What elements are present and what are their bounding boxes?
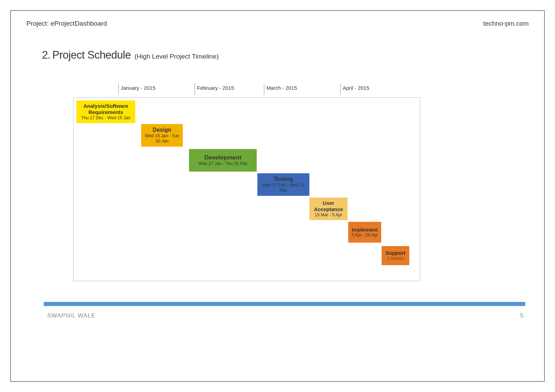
task-bar: Implement5 Apr - 25 Apr	[348, 222, 381, 243]
task-dates: Wed 27 Feb - Wed 15 Mar	[259, 183, 308, 193]
month-axis: January - 2015February - 2015March - 201…	[73, 84, 420, 97]
task-title: Design	[143, 127, 181, 133]
month-label: April - 2015	[340, 84, 372, 95]
section-subtitle: (High Level Project Timeline)	[135, 53, 219, 60]
task-bar: Analysis/Software RequirementsThu 17 Dec…	[76, 101, 135, 123]
task-bar: DevelopmentWed 27 Jan - Thu 25 Feb	[189, 149, 257, 172]
task-dates: Thu 17 Dec - Wed 15 Jan	[78, 115, 134, 121]
task-dates: 15 Mar - 5 Apr	[311, 212, 346, 218]
task-title: User Acceptance	[311, 200, 346, 212]
timeline-chart: January - 2015February - 2015March - 201…	[73, 84, 420, 281]
task-title: Implement	[350, 227, 380, 233]
month-label: February - 2015	[195, 84, 236, 95]
gantt-area: Analysis/Software RequirementsThu 17 Dec…	[73, 97, 420, 281]
footer-author: SWAPNIL WALE	[47, 312, 96, 319]
task-dates: 5 Apr - 25 Apr	[350, 233, 380, 238]
task-bar: Support2 Weeks	[382, 246, 409, 265]
project-label: Project: eProjectDashboard	[26, 20, 107, 27]
footer-divider	[44, 302, 525, 306]
site-label: techno-pm.com	[483, 20, 529, 27]
task-dates: Wed 27 Jan - Thu 25 Feb	[190, 161, 255, 166]
task-title: Support	[383, 250, 408, 256]
task-dates: Wed 15 Jan - Tue 30 Jan	[143, 133, 181, 144]
month-label: January - 2015	[118, 84, 157, 95]
task-title: Development	[190, 154, 255, 161]
task-title: Testing	[259, 176, 308, 183]
section-title-text: Project Schedule	[52, 49, 131, 61]
section-title: 2.Project Schedule (High Level Project T…	[42, 49, 219, 61]
document-frame: Project: eProjectDashboard techno-pm.com…	[10, 10, 545, 382]
footer-page-number: 5	[520, 312, 523, 319]
month-label: March - 2015	[264, 84, 299, 95]
task-bar: TestingWed 27 Feb - Wed 15 Mar	[257, 173, 309, 196]
task-bar: User Acceptance15 Mar - 5 Apr	[309, 198, 348, 220]
task-bar: DesignWed 15 Jan - Tue 30 Jan	[141, 124, 183, 147]
task-dates: 2 Weeks	[383, 256, 408, 261]
section-number: 2.	[42, 49, 50, 61]
task-title: Analysis/Software Requirements	[78, 103, 134, 115]
